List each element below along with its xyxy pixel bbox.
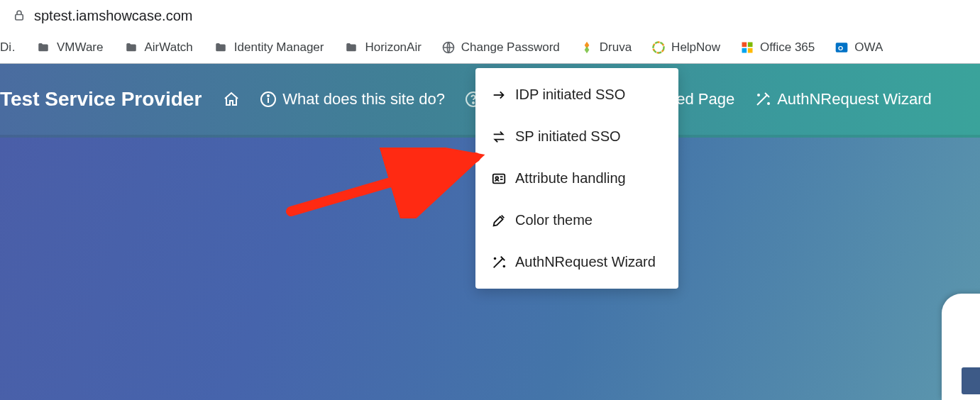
bookmark-helpnow[interactable]: HelpNow xyxy=(651,40,720,55)
outlook-icon: O xyxy=(835,40,849,55)
wand-icon xyxy=(491,255,507,270)
svg-point-17 xyxy=(768,103,769,104)
bookmark-label: AirWatch xyxy=(145,40,193,55)
dropdown-item-label: IDP initiated SSO xyxy=(515,87,625,103)
svg-text:O: O xyxy=(838,45,843,52)
svg-rect-7 xyxy=(748,48,753,52)
dropdown-item-authnrequest-wizard[interactable]: AuthNRequest Wizard xyxy=(475,241,678,283)
dropdown-item-label: Color theme xyxy=(515,212,593,228)
folder-icon xyxy=(213,41,229,54)
swap-icon xyxy=(491,129,507,145)
instructions-dropdown-menu: IDP initiated SSO SP initiated SSO Attri… xyxy=(475,68,678,289)
nav-what-does-this-site-do[interactable]: What does this site do? xyxy=(260,90,445,109)
bookmarks-bar: Di… VMWare AirWatch Identity Manager Hor… xyxy=(0,31,980,64)
bookmark-label: HelpNow xyxy=(671,40,720,55)
wand-icon xyxy=(754,91,771,108)
bookmark-druva[interactable]: Druva xyxy=(580,40,632,55)
browser-address-bar: sptest.iamshowcase.com xyxy=(0,0,980,31)
svg-rect-0 xyxy=(16,15,23,21)
dropdown-item-label: Attribute handling xyxy=(515,170,626,187)
bookmark-airwatch[interactable]: AirWatch xyxy=(123,40,193,55)
url-text[interactable]: sptest.iamshowcase.com xyxy=(34,8,192,24)
bookmark-change-password[interactable]: Change Password xyxy=(441,40,560,55)
office-icon xyxy=(740,40,754,55)
folder-icon xyxy=(123,41,139,54)
brand-title[interactable]: Test Service Provider xyxy=(0,88,202,111)
bookmark-label: Druva xyxy=(600,40,632,55)
svg-point-20 xyxy=(495,177,498,179)
dropdown-item-idp-initiated-sso[interactable]: IDP initiated SSO xyxy=(475,74,678,116)
bookmark-label: OWA xyxy=(854,40,883,55)
lock-icon xyxy=(13,9,26,22)
bookmark-vmware[interactable]: VMWare xyxy=(35,40,104,55)
dropdown-item-sp-initiated-sso[interactable]: SP initiated SSO xyxy=(475,116,678,157)
bookmark-label: Change Password xyxy=(461,40,560,55)
brush-icon xyxy=(491,213,507,228)
svg-point-16 xyxy=(758,94,759,96)
bookmark-horizonair[interactable]: HorizonAir xyxy=(343,40,421,55)
dropdown-item-attribute-handling[interactable]: Attribute handling xyxy=(475,157,678,199)
bookmark-label: HorizonAir xyxy=(365,40,421,55)
svg-rect-5 xyxy=(748,42,753,47)
bookmark-identity-manager[interactable]: Identity Manager xyxy=(213,40,324,55)
bookmark-partial[interactable]: Di… xyxy=(0,40,16,55)
dropdown-item-color-theme[interactable]: Color theme xyxy=(475,199,678,241)
folder-icon xyxy=(35,41,51,54)
druva-icon xyxy=(580,40,594,55)
svg-rect-6 xyxy=(742,48,747,52)
dropdown-item-label: SP initiated SSO xyxy=(515,128,621,145)
phone-mockup-edge xyxy=(942,294,980,400)
dropdown-item-label: AuthNRequest Wizard xyxy=(515,254,656,270)
helpnow-icon xyxy=(651,40,666,55)
svg-point-12 xyxy=(268,95,269,96)
folder-icon xyxy=(343,41,359,54)
home-icon xyxy=(223,91,240,108)
svg-rect-19 xyxy=(493,174,505,183)
svg-point-24 xyxy=(503,265,505,267)
bookmark-owa[interactable]: O OWA xyxy=(835,40,883,55)
svg-point-14 xyxy=(473,102,474,104)
nav-label: What does this site do? xyxy=(282,90,445,109)
globe-icon xyxy=(441,40,456,55)
svg-rect-4 xyxy=(742,42,747,47)
bookmark-label: VMWare xyxy=(57,40,104,55)
nav-authnrequest-wizard[interactable]: AuthNRequest Wizard xyxy=(754,90,932,109)
nav-home[interactable] xyxy=(223,91,240,108)
svg-point-23 xyxy=(495,257,496,259)
arrow-right-icon xyxy=(491,87,507,103)
bookmark-office365[interactable]: Office 365 xyxy=(740,40,815,55)
nav-label: AuthNRequest Wizard xyxy=(777,90,932,109)
info-icon xyxy=(260,91,277,108)
id-card-icon xyxy=(491,171,507,187)
bookmark-label: Office 365 xyxy=(760,40,815,55)
bookmark-label: Identity Manager xyxy=(234,40,324,55)
